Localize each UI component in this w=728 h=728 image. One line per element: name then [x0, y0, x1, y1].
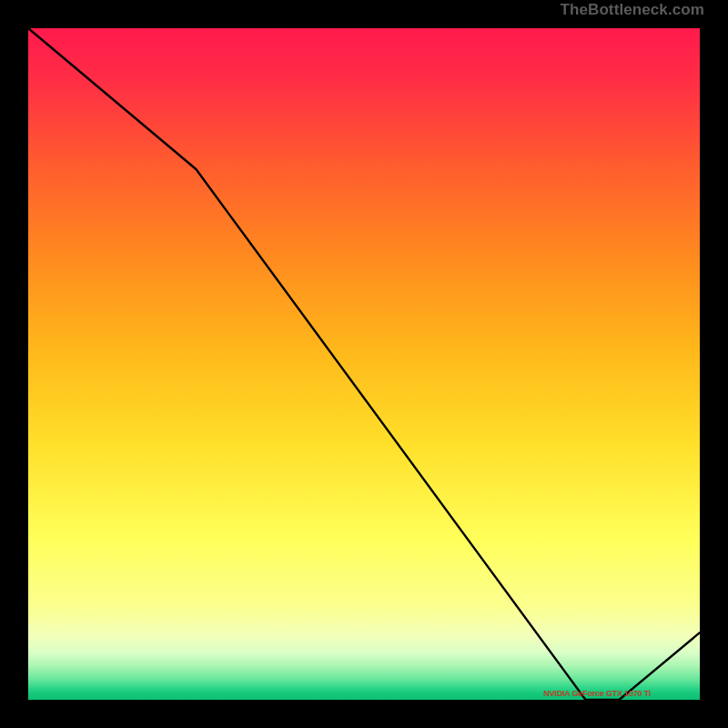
- plot-gradient-background: NVIDIA GeForce GTX 1070 Ti: [28, 28, 700, 700]
- line-plot: [28, 28, 700, 700]
- data-curve: [28, 28, 700, 700]
- attribution-watermark: TheBottleneck.com: [560, 2, 704, 17]
- chart-frame: NVIDIA GeForce GTX 1070 Ti TheBottleneck…: [18, 18, 710, 710]
- gpu-annotation-label: NVIDIA GeForce GTX 1070 Ti: [543, 690, 651, 698]
